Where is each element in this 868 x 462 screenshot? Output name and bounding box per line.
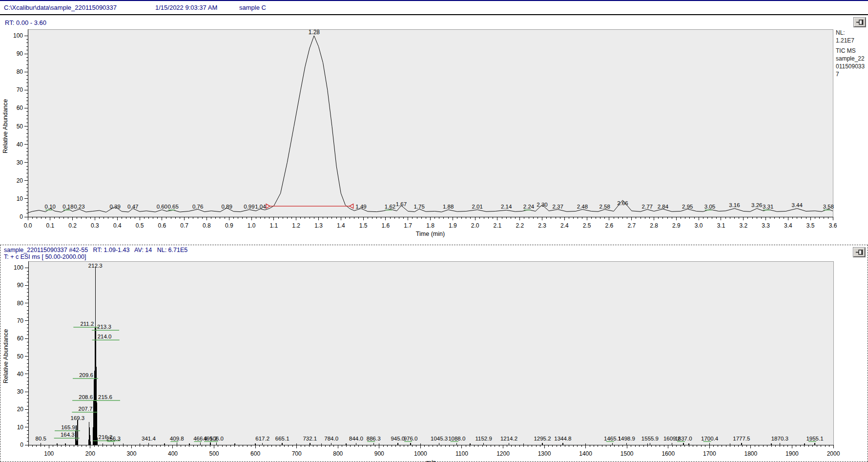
spectrum-panel: sample_220115090337 #42-55 RT: 1.09-1.43… [0,245,868,462]
svg-text:0: 0 [20,441,23,448]
svg-text:0.6: 0.6 [158,222,166,229]
svg-text:2.37: 2.37 [552,204,563,210]
svg-text:2.48: 2.48 [577,204,588,210]
svg-text:2.66: 2.66 [617,200,628,206]
svg-text:2.77: 2.77 [642,204,653,210]
svg-text:0.65: 0.65 [168,204,179,210]
svg-text:3.26: 3.26 [751,202,762,208]
svg-text:900: 900 [374,450,384,457]
svg-text:214.0: 214.0 [98,334,112,339]
acquisition-datetime: 1/15/2022 9:03:37 AM [155,4,217,11]
mass-spectrum-chart[interactable]: 0102030405060708090100100200300400500600… [0,245,868,462]
svg-text:0.39: 0.39 [109,204,120,210]
svg-text:200: 200 [85,450,95,457]
svg-text:1045.3: 1045.3 [431,436,448,441]
svg-text:1700.4: 1700.4 [701,436,719,441]
svg-text:1.8: 1.8 [426,222,434,229]
svg-text:1955.1: 1955.1 [806,436,823,441]
svg-text:70: 70 [17,317,24,324]
svg-text:0.76: 0.76 [192,204,203,210]
svg-text:212.3: 212.3 [88,263,103,269]
svg-text:80: 80 [17,68,23,75]
svg-text:1.67: 1.67 [396,201,407,207]
file-path: C:\Xcalibur\data\sample_220115090337 [4,4,117,11]
pushpin-icon[interactable] [853,248,865,257]
svg-text:Relative Abundance: Relative Abundance [2,329,9,383]
svg-text:1.28: 1.28 [309,29,320,36]
svg-text:2.8: 2.8 [650,222,658,229]
svg-text:784.0: 784.0 [324,436,338,441]
nl-annotation: NL:1.21E7TIC MSsample_220115090337 [836,29,867,78]
svg-text:1500: 1500 [620,450,634,457]
svg-text:1555.9: 1555.9 [641,436,659,441]
svg-text:0.47: 0.47 [127,204,138,210]
svg-text:165.9: 165.9 [61,424,75,430]
svg-text:945.0: 945.0 [391,436,405,441]
svg-text:500: 500 [209,450,219,457]
svg-text:1498.9: 1498.9 [618,436,635,441]
pushpin-glyph [856,19,864,25]
svg-text:1088.0: 1088.0 [448,436,465,441]
svg-text:2.95: 2.95 [682,204,693,210]
svg-text:1400: 1400 [579,450,592,457]
svg-text:Relative Abundance: Relative Abundance [2,99,9,153]
svg-text:3.4: 3.4 [784,222,792,229]
svg-text:60: 60 [17,105,23,111]
svg-text:40: 40 [17,371,24,378]
svg-text:100: 100 [13,32,23,39]
svg-text:0.3: 0.3 [91,222,99,229]
chromatogram-chart[interactable]: 01020304050607080901000.00.10.20.30.40.5… [0,15,868,245]
svg-text:1777.5: 1777.5 [733,436,750,441]
svg-text:50: 50 [17,353,24,360]
svg-text:0.60: 0.60 [157,204,167,210]
svg-text:1.7: 1.7 [404,222,412,229]
svg-text:2000: 2000 [827,450,840,457]
svg-text:3.5: 3.5 [806,222,815,229]
pushpin-icon[interactable] [854,18,866,27]
svg-text:844.0: 844.0 [349,436,363,441]
svg-text:2.24: 2.24 [523,204,535,210]
svg-text:80: 80 [17,300,24,307]
svg-text:1.88: 1.88 [443,204,454,210]
scan-header: sample_220115090337 #42-55 RT: 1.09-1.43… [4,247,187,253]
svg-text:1.49: 1.49 [355,204,366,210]
svg-text:732.1: 732.1 [303,436,317,441]
svg-text:2.01: 2.01 [472,204,482,210]
svg-text:60: 60 [17,335,24,342]
svg-text:300: 300 [126,450,136,457]
svg-text:164.3: 164.3 [61,432,75,438]
svg-text:256.3: 256.3 [106,436,121,441]
svg-text:2.5: 2.5 [583,222,591,229]
svg-text:20: 20 [17,406,24,413]
svg-text:20: 20 [17,177,23,184]
svg-text:1.75: 1.75 [413,204,424,210]
svg-text:700: 700 [292,450,302,457]
svg-text:208.6: 208.6 [79,394,93,400]
svg-text:90: 90 [17,50,23,57]
pushpin-glyph [855,249,864,255]
svg-text:100: 100 [44,450,54,457]
svg-text:2.2: 2.2 [516,222,524,229]
svg-text:215.6: 215.6 [98,394,112,400]
svg-text:1.6: 1.6 [382,222,390,229]
svg-text:1200: 1200 [496,450,510,457]
svg-text:2.7: 2.7 [627,222,636,229]
svg-text:30: 30 [17,159,23,166]
svg-text:1214.2: 1214.2 [500,436,517,441]
scan-filter-line: T: + c ESI ms [ 50.00-2000.00] [4,253,86,260]
svg-text:0.89: 0.89 [221,204,232,210]
svg-text:2.6: 2.6 [605,222,614,229]
svg-text:0.23: 0.23 [74,204,84,210]
svg-text:2.14: 2.14 [501,204,512,210]
xcalibur-qual-browser: C:\Xcalibur\data\sample_220115090337 1/1… [0,0,868,462]
svg-text:1152.9: 1152.9 [475,436,492,441]
svg-text:3.2: 3.2 [739,222,747,229]
svg-text:10: 10 [17,424,24,431]
svg-text:1637.0: 1637.0 [675,436,692,441]
svg-text:0.10: 0.10 [45,204,56,210]
svg-text:3.1: 3.1 [717,222,725,229]
svg-text:886.3: 886.3 [367,436,381,441]
svg-text:3.6: 3.6 [829,222,837,229]
svg-text:1100: 1100 [455,450,468,457]
svg-text:211.2: 211.2 [80,321,94,327]
